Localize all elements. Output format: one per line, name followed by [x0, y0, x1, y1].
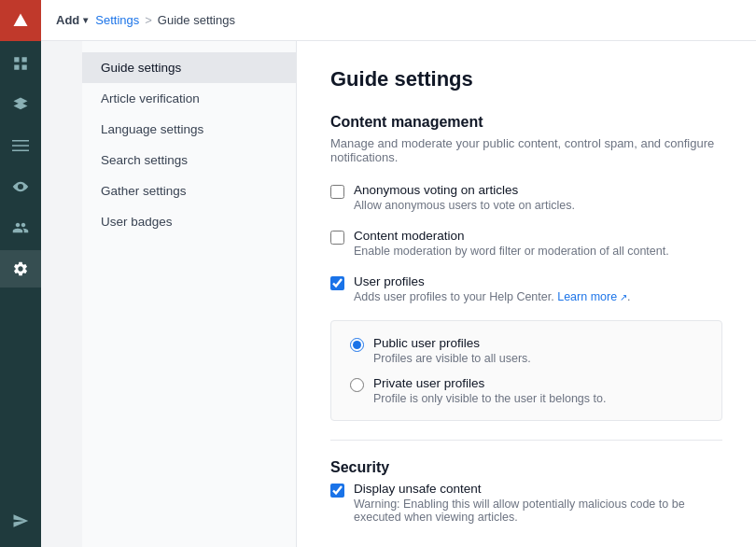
setting-anonymous-voting: Anonymous voting on articles Allow anony…: [330, 183, 722, 212]
page-title: Guide settings: [330, 67, 722, 91]
sidebar-item-guide-settings[interactable]: Guide settings: [82, 52, 296, 83]
breadcrumb-current: Guide settings: [158, 13, 235, 27]
anonymous-voting-label[interactable]: Anonymous voting on articles: [354, 183, 575, 197]
user-profiles-sublabel: Adds user profiles to your Help Center. …: [354, 290, 630, 303]
display-unsafe-sublabel: Warning: Enabling this will allow potent…: [354, 498, 722, 524]
user-profiles-learn-more[interactable]: Learn more: [557, 290, 627, 303]
nav-icon-send[interactable]: [0, 502, 41, 540]
display-unsafe-checkbox[interactable]: [330, 484, 344, 498]
content-moderation-checkbox[interactable]: [330, 231, 344, 245]
main-wrapper: Guide settings Article verification Lang…: [82, 41, 756, 547]
nav-icon-grid[interactable]: [0, 45, 41, 82]
radio-public-profiles: Public user profiles Profiles are visibl…: [350, 336, 703, 365]
send-icon: [12, 512, 29, 529]
users-icon: [12, 219, 29, 236]
breadcrumb: Settings > Guide settings: [95, 13, 235, 27]
svg-rect-7: [12, 150, 29, 152]
sidebar-item-article-verification[interactable]: Article verification: [82, 83, 296, 114]
user-profiles-sub-options: Public user profiles Profiles are visibl…: [330, 320, 722, 421]
svg-rect-5: [12, 140, 29, 142]
svg-rect-3: [14, 65, 19, 70]
svg-rect-2: [22, 57, 27, 62]
sidebar-item-search-settings[interactable]: Search settings: [82, 145, 296, 175]
grid-icon: [12, 55, 29, 72]
side-nav: Guide settings Article verification Lang…: [82, 41, 297, 547]
breadcrumb-settings-link[interactable]: Settings: [95, 13, 139, 27]
breadcrumb-separator: >: [145, 13, 152, 27]
add-chevron-icon: ▾: [83, 15, 88, 25]
logo-icon: [12, 12, 29, 29]
radio-private-profiles: Private user profiles Profile is only vi…: [350, 376, 703, 405]
add-button[interactable]: Add ▾: [56, 13, 88, 27]
anonymous-voting-checkbox[interactable]: [330, 185, 344, 199]
section-content-management-desc: Manage and moderate your public content,…: [330, 136, 722, 164]
public-profiles-radio[interactable]: [350, 338, 364, 352]
public-profiles-label[interactable]: Public user profiles: [373, 336, 531, 350]
section-divider: [330, 440, 722, 441]
sidebar-item-user-badges[interactable]: User badges: [82, 206, 296, 237]
sidebar-item-language-settings[interactable]: Language settings: [82, 114, 296, 145]
display-unsafe-label[interactable]: Display unsafe content: [354, 482, 722, 496]
nav-icon-ticket[interactable]: [0, 86, 41, 123]
svg-rect-4: [22, 65, 27, 70]
ticket-icon: [12, 96, 29, 113]
nav-icon-eye[interactable]: [0, 168, 41, 205]
public-profiles-sublabel: Profiles are visible to all users.: [373, 352, 531, 365]
menu-icon: [12, 137, 29, 154]
private-profiles-sublabel: Profile is only visible to the user it b…: [373, 392, 606, 405]
icon-bar: [0, 0, 41, 547]
nav-icon-menu[interactable]: [0, 127, 41, 164]
setting-content-moderation: Content moderation Enable moderation by …: [330, 229, 722, 258]
svg-marker-0: [14, 14, 28, 27]
anonymous-voting-sublabel: Allow anonymous users to vote on article…: [354, 199, 575, 212]
svg-rect-6: [12, 145, 29, 147]
user-profiles-checkbox[interactable]: [330, 276, 344, 290]
setting-display-unsafe: Display unsafe content Warning: Enabling…: [330, 482, 722, 524]
gear-icon: [12, 260, 29, 277]
content-moderation-sublabel: Enable moderation by word filter or mode…: [354, 245, 669, 258]
user-profiles-label[interactable]: User profiles: [354, 274, 630, 288]
nav-icon-users[interactable]: [0, 209, 41, 246]
add-label: Add: [56, 13, 79, 27]
private-profiles-radio[interactable]: [350, 378, 364, 392]
section-security-title: Security: [330, 459, 722, 476]
setting-user-profiles: User profiles Adds user profiles to your…: [330, 274, 722, 303]
private-profiles-label[interactable]: Private user profiles: [373, 376, 606, 390]
sidebar-item-gather-settings[interactable]: Gather settings: [82, 175, 296, 206]
top-nav: Add ▾ Settings > Guide settings: [41, 0, 756, 41]
section-content-management-title: Content management: [330, 114, 722, 131]
eye-icon: [12, 178, 29, 195]
svg-rect-1: [14, 57, 19, 62]
nav-icon-gear[interactable]: [0, 250, 41, 288]
app-logo[interactable]: [0, 0, 41, 41]
content-area: Guide settings Content management Manage…: [297, 41, 756, 547]
content-moderation-label[interactable]: Content moderation: [354, 229, 669, 243]
